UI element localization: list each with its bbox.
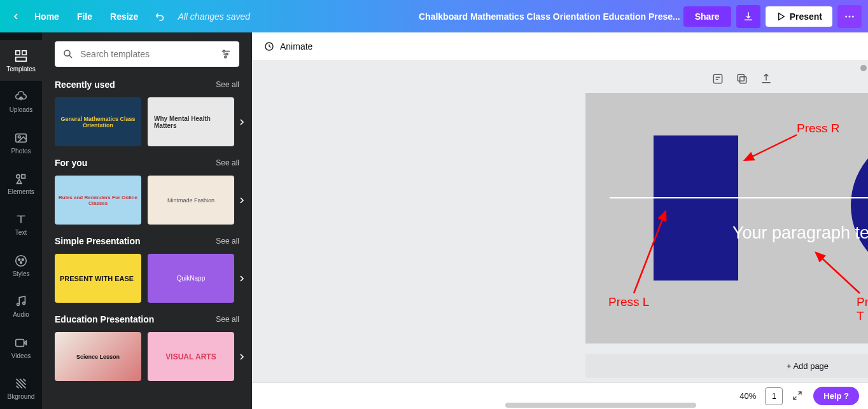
template-thumb[interactable]: Rules and Reminders For Online Classes [55, 176, 141, 225]
animate-icon [263, 41, 275, 52]
section-education-presentation: Education Presentation See all [42, 310, 252, 328]
nav-audio[interactable]: Audio [0, 286, 42, 327]
section-for-you: For you See all [42, 154, 252, 172]
nav-videos[interactable]: Videos [0, 327, 42, 368]
share-button[interactable]: Share [683, 6, 731, 27]
template-thumb[interactable]: VISUAL ARTS [148, 332, 234, 381]
svg-point-10 [16, 256, 27, 267]
scrollbar-thumb[interactable] [860, 65, 867, 71]
svg-point-2 [852, 15, 854, 17]
template-thumb[interactable]: General Mathematics Class Orientation [55, 97, 141, 146]
canvas-viewport[interactable]: Your paragraph text Press R Press C Pres… [252, 61, 868, 382]
svg-point-14 [17, 303, 20, 306]
svg-point-11 [18, 259, 20, 261]
svg-rect-24 [738, 74, 744, 81]
resize-menu[interactable]: Resize [101, 11, 147, 22]
chevron-right-icon[interactable] [233, 191, 251, 209]
nav-photos[interactable]: Photos [0, 122, 42, 163]
slide[interactable]: Your paragraph text [585, 93, 868, 343]
chevron-right-icon[interactable] [233, 348, 251, 366]
svg-point-1 [849, 15, 851, 17]
section-title: Recently used [55, 80, 115, 90]
present-button[interactable]: Present [766, 6, 832, 27]
svg-point-12 [22, 259, 24, 261]
help-button[interactable]: Help ? [813, 387, 859, 405]
section-title: For you [55, 158, 87, 168]
canvas-area: Animate Your paragraph text Press R [252, 32, 868, 409]
chevron-right-icon[interactable] [233, 113, 251, 131]
svg-point-19 [226, 53, 228, 55]
svg-point-8 [17, 175, 20, 179]
horizontal-scrollbar[interactable] [505, 403, 696, 408]
home-button[interactable]: Home [25, 11, 68, 22]
svg-rect-22 [713, 74, 722, 83]
template-thumb[interactable]: PRESENT WITH EASE [55, 254, 141, 303]
svg-point-17 [64, 50, 70, 56]
section-title: Simple Presentation [55, 236, 141, 246]
thumb-row: Science Lesson VISUAL ARTS [42, 328, 252, 385]
rectangle-shape[interactable] [654, 135, 738, 281]
top-bar: Home File Resize All changes saved Chalk… [0, 0, 868, 32]
template-thumb[interactable]: QuikNapp [148, 254, 234, 303]
section-simple-presentation: Simple Presentation See all [42, 232, 252, 250]
download-button[interactable] [736, 5, 760, 28]
paragraph-text-element[interactable]: Your paragraph text [585, 223, 868, 243]
more-button[interactable] [837, 5, 862, 28]
svg-point-15 [23, 302, 25, 305]
nav-text[interactable]: Text [0, 204, 42, 245]
svg-rect-9 [22, 175, 25, 179]
share-slide-icon[interactable] [760, 73, 773, 85]
zoom-level[interactable]: 40% [739, 391, 756, 401]
nav-styles[interactable]: Styles [0, 245, 42, 286]
svg-rect-5 [16, 57, 27, 61]
left-nav: Templates Uploads Photos Elements Text S… [0, 32, 42, 409]
horizontal-line-shape[interactable] [610, 197, 868, 198]
svg-rect-23 [740, 77, 746, 83]
notes-icon[interactable] [711, 73, 724, 85]
svg-point-18 [223, 50, 225, 52]
templates-panel: Recently used See all General Mathematic… [42, 32, 252, 409]
template-thumb[interactable]: Mintmade Fashion [148, 176, 234, 225]
vertical-scrollbar[interactable] [859, 61, 868, 382]
main-area: Templates Uploads Photos Elements Text S… [0, 32, 868, 409]
search-icon [62, 48, 74, 60]
document-title[interactable]: Chalkboard Mathematics Class Orientation… [416, 11, 683, 22]
see-all-link[interactable]: See all [216, 80, 239, 89]
section-title: Education Presentation [55, 314, 154, 324]
svg-rect-4 [22, 50, 26, 54]
back-icon[interactable] [6, 7, 25, 26]
see-all-link[interactable]: See all [216, 237, 239, 246]
present-label: Present [790, 11, 822, 22]
add-page-button[interactable]: + Add page [585, 354, 868, 378]
animate-button[interactable]: Animate [263, 41, 312, 52]
template-thumb[interactable]: Why Mental Health Matters [148, 97, 234, 146]
nav-uploads[interactable]: Uploads [0, 81, 42, 121]
svg-rect-3 [16, 50, 20, 54]
search-input[interactable] [80, 49, 220, 59]
file-menu[interactable]: File [68, 11, 101, 22]
page-selector[interactable]: 1 [765, 387, 783, 405]
thumb-row: Rules and Reminders For Online Classes M… [42, 172, 252, 228]
svg-rect-16 [16, 339, 24, 346]
expand-icon[interactable] [792, 390, 804, 403]
undo-icon[interactable] [151, 11, 170, 22]
section-recently-used: Recently used See all [42, 76, 252, 94]
nav-templates[interactable]: Templates [0, 40, 42, 81]
see-all-link[interactable]: See all [216, 158, 239, 167]
filter-icon[interactable] [220, 48, 232, 60]
duplicate-icon[interactable] [736, 73, 748, 85]
svg-point-13 [20, 261, 22, 263]
thumb-row: PRESENT WITH EASE QuikNapp [42, 250, 252, 307]
saved-status: All changes saved [178, 11, 250, 22]
bottom-bar: 40% 1 Help ? [252, 382, 868, 409]
chevron-right-icon[interactable] [233, 270, 251, 288]
svg-point-20 [225, 56, 227, 58]
nav-background[interactable]: Bkground [0, 368, 42, 409]
slide-actions [711, 73, 773, 85]
svg-point-0 [845, 15, 847, 17]
template-thumb[interactable]: Science Lesson [55, 332, 141, 381]
canvas-toolbar: Animate [252, 32, 868, 61]
see-all-link[interactable]: See all [216, 315, 239, 324]
nav-elements[interactable]: Elements [0, 163, 42, 204]
svg-point-7 [18, 135, 20, 138]
